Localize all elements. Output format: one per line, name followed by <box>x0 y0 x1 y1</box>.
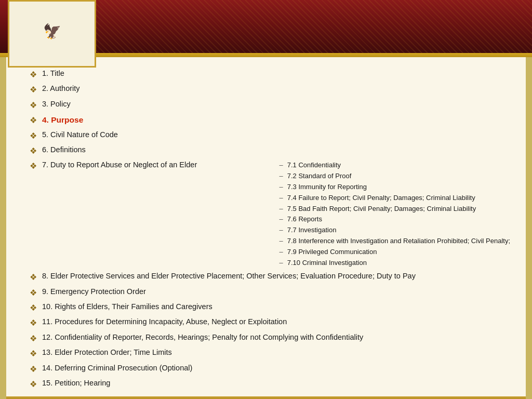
dash-icon: – <box>280 236 283 247</box>
list-item: ❖6. Definitions <box>30 144 510 158</box>
bullet-icon: ❖ <box>30 144 37 158</box>
bullet-icon: ❖ <box>30 378 37 391</box>
list-item: ❖4. Purpose <box>30 113 510 127</box>
item-text: 9. Emergency Protection Order <box>42 286 510 298</box>
item-text: 1. Title <box>42 68 510 80</box>
header-bar: 🦅 <box>0 0 532 57</box>
bullet-icon: ❖ <box>30 332 37 345</box>
dash-icon: – <box>280 193 283 204</box>
dash-icon: – <box>280 160 283 171</box>
dash-icon: – <box>280 171 283 182</box>
header-pattern <box>96 0 532 57</box>
bullet-icon: ❖ <box>30 99 37 112</box>
dash-icon: – <box>280 214 283 225</box>
item-text: 4. Purpose <box>42 113 510 127</box>
sub-list-item: –7.9 Privileged Communication <box>280 247 510 258</box>
sub-item-text: 7.8 Interference with Investigation and … <box>287 236 510 247</box>
sub-item-text: 7.10 Criminal Investigation <box>287 258 367 269</box>
sub-list-item: –7.3 Immunity for Reporting <box>280 182 510 193</box>
item-text: 3. Policy <box>42 98 510 111</box>
sub-item-text: 7.6 Reports <box>287 214 322 225</box>
bullet-icon: ❖ <box>30 114 37 127</box>
logo-box: 🦅 <box>8 0 96 68</box>
sub-list: –7.1 Confidentiality–7.2 Standard of Pro… <box>280 160 510 268</box>
item-text: 14. Deferring Criminal Prosecution (Opti… <box>42 362 510 375</box>
list-item: ❖9. Emergency Protection Order <box>30 286 510 300</box>
bullet-icon: ❖ <box>30 129 37 143</box>
list-item: ❖3. Policy <box>30 98 510 112</box>
bullet-icon: ❖ <box>30 363 37 376</box>
item-text: 13. Elder Protection Order; Time Limits <box>42 347 510 359</box>
bullet-icon: ❖ <box>30 271 37 284</box>
item-text: 12. Confidentiality of Reporter, Records… <box>42 331 510 344</box>
list-item: ❖2. Authority <box>30 83 510 97</box>
sub-list-item: –7.5 Bad Faith Report; Civil Penalty; Da… <box>280 204 510 215</box>
outline-list: ❖1. Title❖2. Authority❖3. Policy❖4. Purp… <box>30 68 510 391</box>
sub-item-text: 7.2 Standard of Proof <box>287 171 352 182</box>
list-item: ❖8. Elder Protective Services and Elder … <box>30 270 510 284</box>
dash-icon: – <box>280 225 283 236</box>
bullet-icon: ❖ <box>30 159 37 173</box>
dash-icon: – <box>280 258 283 269</box>
sub-list-item: –7.10 Criminal Investigation <box>280 258 510 269</box>
bullet-icon: ❖ <box>30 316 37 330</box>
list-item: ❖7. Duty to Report Abuse or Neglect of a… <box>30 159 510 269</box>
sub-list-item: –7.4 Failure to Report; Civil Penalty; D… <box>280 193 510 204</box>
sub-item-text: 7.7 Investigation <box>287 225 337 236</box>
dash-icon: – <box>280 247 283 258</box>
dash-icon: – <box>280 182 283 193</box>
sub-list-item: –7.8 Interference with Investigation and… <box>280 236 510 247</box>
sub-list-item: –7.2 Standard of Proof <box>280 171 510 182</box>
list-item: ❖1. Title <box>30 68 510 82</box>
list-item: ❖10. Rights of Elders, Their Families an… <box>30 301 510 315</box>
item-text: 10. Rights of Elders, Their Families and… <box>42 301 510 313</box>
item-text: 7. Duty to Report Abuse or Neglect of an… <box>42 159 269 171</box>
main-content: ❖1. Title❖2. Authority❖3. Policy❖4. Purp… <box>6 57 526 399</box>
sub-item-text: 7.9 Privileged Communication <box>287 247 377 258</box>
sub-item-text: 7.1 Confidentiality <box>287 160 341 171</box>
bullet-icon: ❖ <box>30 286 37 300</box>
sub-item-text: 7.4 Failure to Report; Civil Penalty; Da… <box>287 193 475 204</box>
list-item: ❖12. Confidentiality of Reporter, Record… <box>30 331 510 345</box>
sub-list-item: –7.6 Reports <box>280 214 510 225</box>
sub-item-text: 7.3 Immunity for Reporting <box>287 182 367 193</box>
item-text: 8. Elder Protective Services and Elder P… <box>42 270 510 283</box>
sub-list-item: –7.7 Investigation <box>280 225 510 236</box>
bullet-icon: ❖ <box>30 68 37 82</box>
bullet-icon: ❖ <box>30 301 37 315</box>
list-item: ❖5. Civil Nature of Code <box>30 129 510 143</box>
item-text: 6. Definitions <box>42 144 510 156</box>
list-item: ❖13. Elder Protection Order; Time Limits <box>30 347 510 361</box>
dash-icon: – <box>280 204 283 215</box>
item-text: 15. Petition; Hearing <box>42 377 510 390</box>
item-text: 2. Authority <box>42 83 510 95</box>
bullet-icon: ❖ <box>30 347 37 361</box>
sub-item-text: 7.5 Bad Faith Report; Civil Penalty; Dam… <box>287 204 476 215</box>
item-text: 11. Procedures for Determining Incapacit… <box>42 316 510 328</box>
sub-list-item: –7.1 Confidentiality <box>280 160 510 171</box>
bullet-icon: ❖ <box>30 83 37 97</box>
bottom-gold-bar <box>6 396 526 399</box>
list-item: ❖15. Petition; Hearing <box>30 377 510 391</box>
eagle-icon: 🦅 <box>43 24 61 39</box>
list-item: ❖14. Deferring Criminal Prosecution (Opt… <box>30 362 510 376</box>
item-text: 5. Civil Nature of Code <box>42 129 510 141</box>
list-item: ❖11. Procedures for Determining Incapaci… <box>30 316 510 330</box>
